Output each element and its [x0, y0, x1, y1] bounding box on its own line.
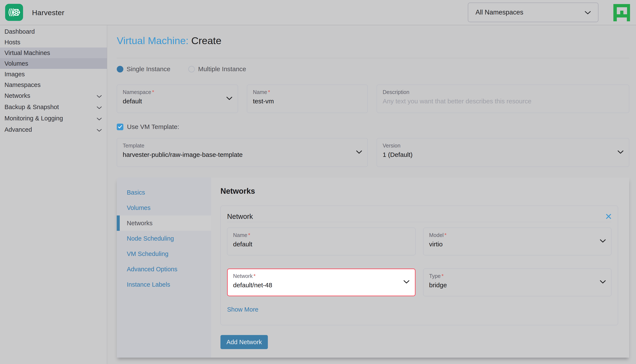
radio-unselected-icon	[188, 66, 195, 72]
chevron-down-icon	[97, 115, 102, 122]
sidebar-item-virtual-machines[interactable]: Virtual Machines	[0, 48, 107, 58]
sidebar-item-dashboard[interactable]: Dashboard	[0, 26, 107, 37]
version-select[interactable]: Version 1 (Default)	[377, 138, 629, 167]
rancher-icon-cutout	[617, 18, 627, 21]
network-name-value: default	[233, 240, 400, 248]
required-marker: *	[268, 89, 270, 95]
app-name: Harvester	[32, 0, 65, 25]
basic-fields-row: Namespace* default Name* test-vm Descrip…	[117, 84, 629, 113]
name-value: test-vm	[253, 98, 353, 105]
description-field[interactable]: Description Any text you want that bette…	[377, 84, 629, 113]
type-value: bridge	[429, 282, 596, 289]
chevron-down-icon	[356, 150, 362, 155]
app-header: Harvester All Namespaces	[0, 0, 636, 25]
required-marker: *	[254, 273, 256, 279]
radio-selected-icon	[117, 66, 123, 72]
radio-single-instance[interactable]: Single Instance	[117, 66, 170, 73]
config-tab-list: Basics Volumes Networks Node Scheduling …	[117, 178, 211, 358]
chevron-down-icon	[403, 280, 409, 284]
network-card-title: Network	[227, 212, 253, 220]
sidebar-item-backup-snapshot[interactable]: Backup & Snapshot	[0, 102, 107, 113]
tab-basics[interactable]: Basics	[117, 185, 211, 200]
required-marker: *	[152, 89, 154, 95]
type-select[interactable]: Type* bridge	[423, 268, 612, 296]
main-content: Virtual Machine: Create Single Instance …	[107, 25, 636, 364]
tab-networks[interactable]: Networks	[117, 216, 211, 231]
network-card-header: Network	[227, 211, 611, 222]
harvester-logo-icon[interactable]	[5, 4, 23, 21]
page-title-resource: Virtual Machine:	[117, 35, 188, 46]
chevron-down-icon	[600, 239, 606, 244]
sidebar-item-namespaces[interactable]: Namespaces	[0, 80, 107, 90]
tab-vm-scheduling[interactable]: VM Scheduling	[117, 246, 211, 262]
rancher-icon-tab	[620, 11, 623, 14]
network-card-fields: Name* default Model* virtio Network* def…	[227, 228, 611, 296]
use-vm-template-checkbox[interactable]: Use VM Template:	[117, 123, 629, 130]
instance-mode-group: Single Instance Multiple Instance	[117, 66, 629, 73]
required-marker: *	[445, 232, 447, 238]
sidebar-item-monitoring-logging[interactable]: Monitoring & Logging	[0, 113, 107, 124]
show-more-link[interactable]: Show More	[227, 306, 259, 313]
template-select[interactable]: Template harvester-public/raw-image-base…	[117, 138, 368, 167]
required-marker: *	[248, 232, 250, 238]
tab-volumes[interactable]: Volumes	[117, 200, 211, 216]
model-select[interactable]: Model* virtio	[423, 228, 612, 255]
sidebar-item-networks[interactable]: Networks	[0, 90, 107, 102]
tab-advanced-options[interactable]: Advanced Options	[117, 262, 211, 277]
tab-node-scheduling[interactable]: Node Scheduling	[117, 231, 211, 246]
chevron-down-icon	[97, 126, 102, 133]
sidebar-item-advanced[interactable]: Advanced	[0, 124, 107, 135]
chevron-down-icon	[97, 92, 102, 99]
sidebar-item-volumes[interactable]: Volumes	[0, 58, 107, 69]
namespace-filter-select[interactable]: All Namespaces	[468, 2, 598, 22]
sidebar-nav: Dashboard Hosts Virtual Machines Volumes…	[0, 25, 107, 364]
vm-config-panel: Basics Volumes Networks Node Scheduling …	[117, 178, 629, 358]
tab-instance-labels[interactable]: Instance Labels	[117, 277, 211, 292]
page-title: Virtual Machine: Create	[117, 35, 629, 46]
sidebar-item-hosts[interactable]: Hosts	[0, 37, 107, 48]
required-marker: *	[442, 273, 444, 279]
close-icon[interactable]	[606, 214, 611, 219]
networks-heading: Networks	[221, 186, 618, 196]
network-card: Network Name* default Model* virtio	[221, 206, 618, 325]
chevron-down-icon	[227, 97, 232, 101]
network-select[interactable]: Network* default/net-48	[227, 268, 415, 296]
networks-tab-content: Networks Network Name* default Model*	[211, 178, 629, 358]
template-fields-row: Template harvester-public/raw-image-base…	[117, 138, 629, 167]
version-value: 1 (Default)	[383, 151, 614, 158]
namespace-filter-value: All Namespaces	[476, 8, 523, 16]
namespace-value: default	[123, 98, 223, 105]
model-value: virtio	[429, 240, 596, 248]
namespace-select[interactable]: Namespace* default	[117, 84, 238, 113]
checkbox-checked-icon	[117, 124, 123, 130]
chevron-down-icon	[600, 280, 606, 284]
network-value: default/net-48	[233, 282, 400, 289]
chevron-down-icon	[618, 150, 623, 155]
add-network-button[interactable]: Add Network	[221, 335, 268, 349]
network-name-field[interactable]: Name* default	[227, 228, 415, 255]
name-field[interactable]: Name* test-vm	[247, 84, 368, 113]
chevron-down-icon	[97, 104, 102, 110]
chevron-down-icon	[585, 8, 591, 16]
template-value: harvester-public/raw-image-base-template	[123, 151, 353, 158]
sidebar-item-images[interactable]: Images	[0, 69, 107, 80]
rancher-logo-icon[interactable]	[613, 4, 630, 21]
title-divider	[117, 58, 629, 58]
description-placeholder: Any text you want that better describes …	[383, 98, 614, 105]
radio-multiple-instance[interactable]: Multiple Instance	[188, 66, 246, 73]
page-title-action: Create	[191, 35, 221, 46]
